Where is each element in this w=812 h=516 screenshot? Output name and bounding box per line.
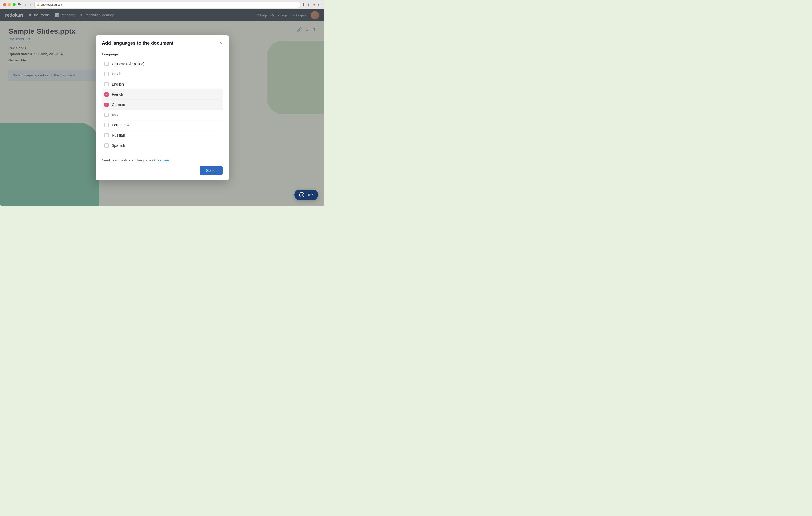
- language-checkbox[interactable]: [105, 123, 109, 127]
- maximize-button[interactable]: [12, 3, 16, 6]
- modal-dialog: Add languages to the document × Language…: [95, 35, 229, 180]
- forward-button[interactable]: ›: [29, 2, 32, 7]
- language-name: Spanish: [112, 143, 125, 148]
- language-name: Dutch: [112, 72, 121, 76]
- modal-overlay: Add languages to the document × Language…: [0, 9, 324, 206]
- download-icon[interactable]: ⬇: [302, 3, 305, 7]
- language-name: English: [112, 82, 124, 86]
- language-checkbox[interactable]: [105, 113, 109, 117]
- language-checkbox[interactable]: [105, 143, 109, 148]
- modal-close-button[interactable]: ×: [220, 41, 223, 46]
- language-name: Portuguese: [112, 123, 130, 127]
- language-item[interactable]: French: [102, 89, 223, 100]
- back-button[interactable]: ‹: [24, 2, 27, 7]
- language-checkbox[interactable]: [105, 72, 109, 76]
- select-button[interactable]: Select: [200, 166, 223, 175]
- language-list: Chinese (Simplified)DutchEnglishFrenchGe…: [102, 59, 223, 150]
- url-text: app.redokun.com: [41, 3, 63, 6]
- sidebar-toggle-icon[interactable]: [18, 3, 22, 6]
- language-item[interactable]: English: [102, 79, 223, 89]
- language-name: Italian: [112, 113, 121, 117]
- language-checkbox[interactable]: [105, 82, 109, 86]
- language-name: French: [112, 92, 123, 96]
- modal-footer: Need to add a different language? Click …: [95, 155, 229, 180]
- language-item[interactable]: Chinese (Simplified): [102, 59, 223, 69]
- grid-icon[interactable]: ⊞: [318, 3, 321, 7]
- language-name: German: [112, 102, 125, 107]
- language-checkbox[interactable]: [105, 133, 109, 137]
- lock-icon: 🔒: [37, 3, 40, 6]
- help-fab-icon: ⊕: [299, 192, 304, 198]
- traffic-lights: [3, 3, 16, 6]
- modal-actions: Select: [102, 166, 223, 175]
- language-item[interactable]: Italian: [102, 110, 223, 120]
- language-checkbox[interactable]: [105, 62, 109, 66]
- share-icon[interactable]: ⬆: [307, 3, 310, 7]
- language-name: Russian: [112, 133, 125, 137]
- language-item[interactable]: Portuguese: [102, 120, 223, 130]
- modal-body: Language Chinese (Simplified)DutchEnglis…: [95, 50, 229, 155]
- language-name: Chinese (Simplified): [112, 62, 144, 66]
- new-tab-icon[interactable]: ＋: [313, 2, 316, 7]
- different-language-text: Need to add a different language? Click …: [102, 158, 223, 162]
- language-column-header: Language: [102, 50, 223, 59]
- language-item[interactable]: Spanish: [102, 141, 223, 150]
- app-container: redokun ≡ Documents 📊 Reporting ≡ Transl…: [0, 9, 324, 206]
- help-fab-button[interactable]: ⊕ Help: [294, 190, 318, 200]
- close-button[interactable]: [3, 3, 6, 6]
- minimize-button[interactable]: [8, 3, 11, 6]
- language-item[interactable]: German: [102, 100, 223, 110]
- modal-title: Add languages to the document: [102, 40, 174, 46]
- language-item[interactable]: Russian: [102, 130, 223, 141]
- language-item[interactable]: Dutch: [102, 69, 223, 79]
- browser-toolbar: ‹ › 🔒 app.redokun.com ⬇ ⬆ ＋ ⊞: [0, 0, 324, 9]
- language-checkbox[interactable]: [105, 102, 109, 107]
- language-checkbox[interactable]: [105, 92, 109, 96]
- click-here-link[interactable]: Click here: [154, 158, 169, 162]
- help-fab-label: Help: [307, 193, 314, 197]
- modal-header: Add languages to the document ×: [95, 35, 229, 50]
- url-bar[interactable]: 🔒 app.redokun.com: [34, 2, 300, 8]
- browser-actions: ⬇ ⬆ ＋ ⊞: [302, 2, 321, 7]
